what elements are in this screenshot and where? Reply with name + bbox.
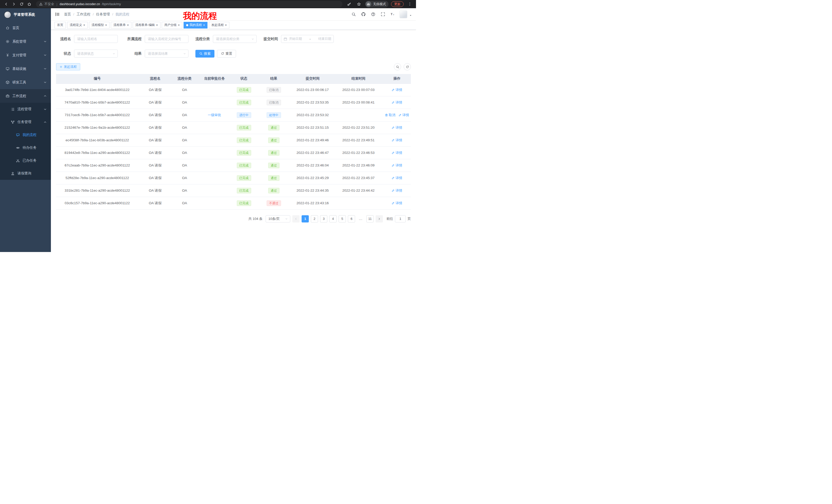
tab-close-icon[interactable]: × [225, 24, 227, 27]
column-header: 操作 [383, 74, 411, 83]
sidebar-item-leave[interactable]: 请假查询 [0, 167, 51, 180]
action-detail-link[interactable]: 详情 [398, 113, 409, 117]
cell-current-task [197, 172, 232, 184]
header-search-button[interactable] [350, 10, 357, 18]
category-select[interactable]: 请选择流程分类 [213, 35, 257, 43]
tab-close-icon[interactable]: × [105, 24, 107, 27]
prev-page-button[interactable] [292, 215, 300, 222]
page-button[interactable]: 11 [366, 215, 373, 222]
bookmark-star-button[interactable] [355, 1, 363, 8]
sidebar-item-todo[interactable]: 待办任务 [0, 141, 51, 154]
sidebar-item-payment[interactable]: 支付管理 [0, 48, 51, 62]
sidebar-item-devtool[interactable]: 研发工具 [0, 76, 51, 89]
github-link[interactable] [359, 10, 367, 18]
action-detail-link[interactable]: 详情 [392, 125, 402, 130]
tab-active[interactable]: 我的流程× [184, 22, 207, 29]
tab-item[interactable]: 发起流程× [209, 22, 229, 29]
action-detail-link[interactable]: 详情 [392, 150, 402, 155]
font-size-button[interactable]: TT [389, 10, 396, 18]
page-button[interactable]: 6 [348, 215, 355, 222]
action-detail-link[interactable]: 详情 [392, 176, 402, 180]
create-process-button[interactable]: 发起流程 [56, 63, 80, 71]
page-button[interactable]: 4 [329, 215, 337, 222]
action-detail-link[interactable]: 详情 [392, 100, 402, 105]
sidebar-item-my-process[interactable]: 我的流程 [0, 129, 51, 141]
cell-process-name: OA 请假 [138, 121, 172, 134]
user-avatar[interactable] [399, 10, 407, 18]
tab-item[interactable]: 流程表单× [111, 22, 131, 29]
tab-close-icon[interactable]: × [83, 24, 85, 27]
process-key-input[interactable] [145, 35, 188, 43]
cell-result: 通过 [256, 159, 291, 172]
tab-close-icon[interactable]: × [178, 24, 180, 27]
page-button[interactable]: 5 [339, 215, 346, 222]
action-label: 详情 [395, 100, 402, 105]
sidebar-toggle-button[interactable] [55, 12, 60, 17]
fullscreen-button[interactable] [379, 10, 387, 18]
sidebar-item-task[interactable]: 任务管理 [0, 116, 51, 129]
sidebar-item-process[interactable]: 流程管理 [0, 103, 51, 116]
action-label: 详情 [395, 176, 402, 180]
sidebar-item-home[interactable]: 首页 [0, 21, 51, 35]
status-select[interactable]: 请选择状态 [74, 50, 118, 58]
action-detail-link[interactable]: 详情 [392, 188, 402, 193]
process-name-input[interactable] [74, 35, 118, 43]
page-size-select[interactable]: 10条/页 [266, 215, 290, 222]
sidebar-item-workflow[interactable]: 工作流程 [0, 89, 51, 103]
date-separator: - [304, 37, 316, 41]
breadcrumb-item[interactable]: 工作流程 [77, 12, 90, 17]
current-task-link[interactable]: 一级审批 [208, 113, 221, 117]
tab-item[interactable]: 流程模型× [89, 22, 109, 29]
filter-name-label: 流程名 [56, 37, 71, 41]
cell-end-time: 2022-01-23 00:08:41 [334, 96, 383, 109]
action-detail-link[interactable]: 详情 [392, 88, 402, 92]
breadcrumb-item[interactable]: 首页 [64, 12, 71, 17]
browser-menu-button[interactable] [406, 1, 413, 8]
password-manager-button[interactable] [345, 1, 353, 8]
browser-home-button[interactable] [26, 1, 33, 8]
action-label: 详情 [395, 150, 402, 155]
page-button[interactable]: 3 [320, 215, 327, 222]
tab-close-icon[interactable]: × [156, 24, 158, 27]
table-refresh-button[interactable] [404, 63, 411, 71]
address-bar[interactable]: 不安全 | dashboard.yudao.iocoder.cn/bpm/tas… [36, 1, 342, 7]
sidebar-item-infra[interactable]: 基础设施 [0, 62, 51, 76]
help-button[interactable] [369, 10, 377, 18]
action-detail-link[interactable]: 详情 [392, 163, 402, 168]
table-search-toggle-button[interactable] [394, 63, 401, 71]
cell-submit-time: 2022-01-22 23:46:04 [291, 159, 334, 172]
sidebar-item-label: 支付管理 [12, 53, 26, 58]
browser-back-button[interactable] [3, 1, 10, 8]
breadcrumb-item[interactable]: 任务管理 [96, 12, 110, 17]
filter-result-label: 结果 [125, 51, 142, 56]
chevron-up-icon [43, 120, 47, 124]
avatar-caret-icon[interactable] [409, 14, 412, 17]
workflow-icon [6, 94, 9, 98]
browser-update-button[interactable]: 更新 [391, 1, 404, 7]
action-cancel-link[interactable]: 取消 [385, 113, 395, 117]
sidebar-item-gear[interactable]: 系统管理 [0, 35, 51, 48]
reset-button[interactable]: 重置 [217, 50, 236, 58]
app-logo[interactable]: 芋道管理系统 [0, 8, 51, 21]
submit-time-range-picker[interactable]: 开始日期 - 结束日期 [281, 35, 334, 43]
search-button[interactable]: 搜索 [196, 50, 214, 58]
action-detail-link[interactable]: 详情 [392, 138, 402, 143]
action-detail-link[interactable]: 详情 [392, 201, 402, 205]
next-page-button[interactable] [375, 215, 383, 222]
tab-item[interactable]: 首页 [54, 22, 66, 29]
sidebar-item-done[interactable]: 已办任务 [0, 154, 51, 167]
tab-item[interactable]: 流程定义× [67, 22, 88, 29]
page-button[interactable]: 1 [302, 215, 309, 222]
page-button[interactable]: 2 [311, 215, 318, 222]
cell-status: 已完成 [232, 197, 256, 209]
tab-close-icon[interactable]: × [203, 24, 205, 27]
cell-submit-time: 2022-01-23 00:06:17 [291, 83, 334, 96]
goto-page-input[interactable] [395, 215, 406, 222]
tab-item[interactable]: 用户分组× [162, 22, 182, 29]
result-select[interactable]: 请选择流结果 [145, 50, 188, 58]
browser-forward-button[interactable] [10, 1, 18, 8]
browser-refresh-button[interactable] [18, 1, 25, 8]
cell-id: 3ad174fb-7b9d-11ec-8404-acde48001122 [56, 83, 138, 96]
tab-close-icon[interactable]: × [127, 24, 129, 27]
tab-item[interactable]: 流程表单-编辑× [133, 22, 160, 29]
